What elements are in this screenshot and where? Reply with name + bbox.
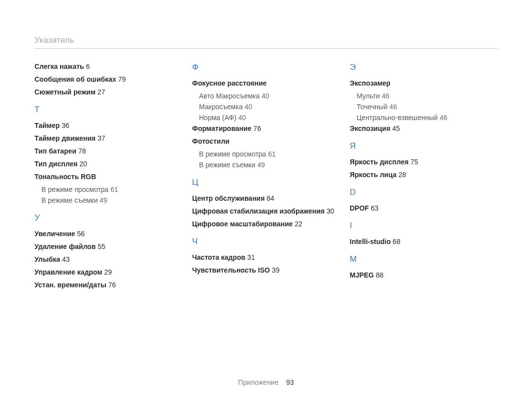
index-entry-label: Частота кадров: [192, 253, 245, 261]
index-entry-label: Форматирование: [192, 124, 251, 132]
index-entry[interactable]: Экспозиция 45: [350, 124, 498, 132]
index-subentry[interactable]: Авто Макросъемка 40: [199, 92, 340, 100]
section-letter: D: [350, 187, 498, 197]
index-entry[interactable]: Сообщения об ошибках 79: [34, 75, 182, 83]
index-subentry-label: В режиме просмотра: [41, 185, 108, 193]
index-entry-page: 63: [371, 204, 379, 212]
index-entry-page: 39: [272, 266, 280, 274]
index-entry-page: 55: [98, 243, 105, 250]
index-subentry[interactable]: В режиме съемки 49: [41, 196, 182, 204]
index-subentry-page: 40: [238, 114, 246, 122]
index-entry[interactable]: Центр обслуживания 84: [192, 194, 340, 202]
index-entry[interactable]: Intelli-studio 68: [350, 238, 498, 246]
index-subentry-page: 61: [268, 150, 276, 158]
index-entry[interactable]: Тональность RGB: [34, 173, 182, 181]
index-columns: Слегка нажать 6Сообщения об ошибках 79Сю…: [34, 62, 498, 298]
index-entry-page: 76: [253, 124, 261, 132]
index-entry[interactable]: Таймер 36: [34, 122, 182, 129]
index-entry[interactable]: Улыбка 43: [34, 255, 182, 263]
index-group: MJPEG 88: [350, 271, 498, 279]
index-entry-label: Тип батареи: [34, 147, 76, 155]
index-group: Intelli-studio 68: [350, 238, 498, 246]
index-entry-page: 78: [78, 147, 86, 155]
index-entry-label: Цифровое масштабирование: [192, 220, 293, 228]
index-entry-label: Таймер движения: [34, 134, 96, 142]
index-entry-label: Управление кадром: [34, 268, 102, 276]
index-entry[interactable]: Цифровое масштабирование 22: [192, 220, 340, 228]
index-entry[interactable]: Цифровая стабилизация изображения 30: [192, 207, 340, 215]
index-subentry[interactable]: Центрально-взвешенный 46: [357, 114, 498, 122]
index-entry[interactable]: Удаление файлов 55: [34, 243, 182, 250]
index-subentry-label: В режиме просмотра: [199, 150, 266, 158]
index-entry[interactable]: Управление кадром 29: [34, 268, 182, 276]
index-subentry-page: 46: [440, 114, 448, 122]
index-subentry-label: Мульти: [357, 92, 380, 100]
index-subentry-label: В режиме съемки: [41, 196, 98, 204]
index-entry-label: Устан. времени/даты: [34, 281, 106, 289]
index-entry[interactable]: Экспозамер: [350, 79, 498, 87]
index-entry-label: Тип дисплея: [34, 160, 77, 168]
index-subentry-page: 40: [245, 103, 253, 111]
index-entry-label: Экспозамер: [350, 79, 391, 87]
index-group: Центр обслуживания 84Цифровая стабилизац…: [192, 194, 340, 228]
index-entry[interactable]: Слегка нажать 6: [34, 62, 182, 70]
index-entry-page: 56: [77, 230, 85, 238]
index-entry[interactable]: Яркость лица 28: [350, 171, 498, 179]
index-entry[interactable]: Яркость дисплея 75: [350, 158, 498, 166]
index-group: Таймер 36Таймер движения 37Тип батареи 7…: [34, 122, 182, 204]
index-subentry[interactable]: В режиме просмотра 61: [41, 185, 182, 193]
index-entry[interactable]: Тип батареи 78: [34, 147, 182, 155]
index-entry-page: 28: [399, 171, 406, 179]
footer-label: Приложение: [238, 378, 278, 386]
index-entry-page: 27: [98, 88, 105, 96]
index-entry-label: Тональность RGB: [34, 173, 96, 181]
index-entry-page: 30: [327, 207, 334, 215]
index-entry[interactable]: Форматирование 76: [192, 124, 340, 132]
index-entry[interactable]: Таймер движения 37: [34, 134, 182, 142]
index-entry-page: 20: [79, 160, 87, 168]
index-entry-label: Сообщения об ошибках: [34, 75, 116, 83]
index-subentry[interactable]: Макросъемка 40: [199, 103, 340, 111]
index-entry-label: Intelli-studio: [350, 238, 391, 246]
index-subentry-page: 40: [262, 92, 269, 100]
section-letter: У: [34, 213, 182, 223]
index-entry[interactable]: DPOF 63: [350, 204, 498, 212]
index-subentry-label: Центрально-взвешенный: [357, 114, 438, 122]
index-subentry[interactable]: Мульти 46: [357, 92, 498, 100]
index-entry-page: 88: [376, 271, 384, 279]
index-subentry-page: 61: [110, 185, 118, 193]
page: Указатель Слегка нажать 6Сообщения об ош…: [0, 0, 532, 401]
section-letter: Э: [350, 62, 498, 72]
index-entry-page: 31: [247, 253, 255, 261]
index-entry-page: 36: [62, 122, 69, 129]
index-entry-label: Увеличение: [34, 230, 75, 238]
index-entry-label: Фокусное расстояние: [192, 79, 266, 87]
index-subentry[interactable]: В режиме просмотра 61: [199, 150, 340, 158]
index-entry-label: Фотостили: [192, 137, 230, 145]
index-group: DPOF 63: [350, 204, 498, 212]
index-subentry[interactable]: Точечный 46: [357, 103, 498, 111]
index-subentry-page: 49: [257, 161, 265, 169]
index-entry[interactable]: Увеличение 56: [34, 230, 182, 238]
page-title: Указатель: [34, 35, 498, 49]
section-letter: Ц: [192, 178, 340, 187]
column: Слегка нажать 6Сообщения об ошибках 79Сю…: [34, 62, 182, 298]
index-entry[interactable]: Устан. времени/даты 76: [34, 281, 182, 289]
index-entry[interactable]: Фотостили: [192, 137, 340, 145]
index-entry-label: Чувствительность ISO: [192, 266, 270, 274]
index-subentry[interactable]: В режиме съемки 49: [199, 161, 340, 169]
index-subentry-page: 46: [389, 103, 397, 111]
index-entry[interactable]: Фокусное расстояние: [192, 79, 340, 87]
footer-page-number: 93: [286, 378, 294, 386]
index-entry[interactable]: Тип дисплея 20: [34, 160, 182, 168]
section-letter: Т: [34, 105, 182, 115]
index-entry[interactable]: Частота кадров 31: [192, 253, 340, 261]
index-entry-label: Яркость лица: [350, 171, 397, 179]
index-entry-page: 68: [393, 238, 400, 246]
index-entry[interactable]: Сюжетный режим 27: [34, 88, 182, 96]
index-entry[interactable]: MJPEG 88: [350, 271, 498, 279]
index-subentry-label: Макросъемка: [199, 103, 243, 111]
index-entry[interactable]: Чувствительность ISO 39: [192, 266, 340, 274]
index-subentry[interactable]: Норма (АФ) 40: [199, 114, 340, 122]
section-letter: M: [350, 254, 498, 264]
